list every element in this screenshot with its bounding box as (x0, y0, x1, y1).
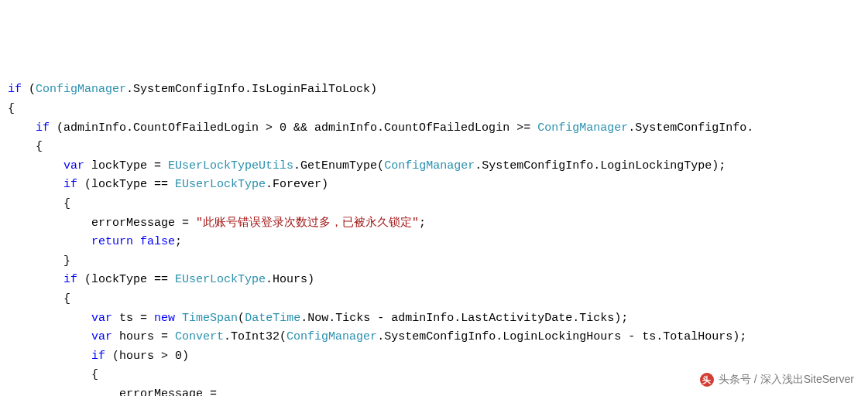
code-token: EUserLockType (175, 178, 266, 191)
code-token: (lockType == (77, 273, 175, 286)
code-token: DateTime (245, 312, 300, 325)
code-token: (lockType == (77, 178, 175, 191)
code-token (175, 312, 182, 325)
code-token: Convert (175, 330, 224, 343)
code-token: EUserLockTypeUtils (168, 159, 293, 172)
code-token: hours = (112, 330, 175, 343)
code-token: .SystemConfigInfo.IsLoginFailToLock) (126, 83, 377, 96)
code-token: (hours > 0) (105, 350, 189, 363)
code-token: if (91, 350, 105, 363)
code-token: ConfigManager (286, 330, 377, 343)
code-token: { (8, 292, 70, 306)
code-token: .SystemConfigInfo.LoginLockingHours - ts… (377, 330, 746, 343)
code-token: ConfigManager (537, 121, 628, 135)
code-token (133, 235, 140, 248)
code-token: ConfigManager (384, 159, 475, 172)
code-token: return (91, 235, 133, 248)
watermark: 头 头条号 / 深入浅出SiteServer (700, 370, 854, 388)
code-token: ( (22, 83, 36, 96)
code-token: var (91, 330, 112, 343)
code-token: EUserLockType (175, 273, 266, 286)
code-token: .ToInt32( (224, 330, 286, 343)
code-token: if (63, 273, 77, 286)
watermark-text: 头条号 / 深入浅出SiteServer (719, 370, 854, 388)
code-token: { (8, 368, 98, 381)
code-token: new (154, 312, 175, 325)
code-token: .SystemConfigInfo. (628, 121, 753, 135)
code-token: ConfigManager (36, 83, 126, 96)
code-token: errorMessage = (8, 217, 196, 230)
code-token: ; (175, 235, 182, 248)
code-token: errorMessage = (8, 387, 217, 396)
watermark-logo-icon: 头 (700, 373, 714, 387)
code-token: false (140, 235, 175, 248)
code-token: { (8, 140, 43, 153)
code-token: .Now.Ticks - adminInfo.LastActivityDate.… (300, 312, 628, 325)
code-token: .GetEnumType( (293, 159, 384, 172)
code-block: if (ConfigManager.SystemConfigInfo.IsLog… (8, 80, 860, 396)
code-token: (adminInfo.CountOfFailedLogin > 0 && adm… (50, 121, 537, 135)
code-token: ( (238, 312, 245, 325)
code-token: { (8, 102, 15, 115)
code-token: .SystemConfigInfo.LoginLockingType); (475, 159, 726, 172)
code-token (8, 350, 91, 363)
code-token: if (8, 83, 22, 96)
code-token: .Hours) (266, 273, 314, 286)
code-token (8, 178, 63, 191)
code-token (8, 273, 63, 286)
code-token (8, 330, 91, 343)
code-token: lockType = (84, 159, 168, 172)
code-token: var (63, 159, 84, 172)
code-token (8, 235, 91, 248)
code-token (8, 159, 63, 172)
code-token (8, 312, 91, 325)
code-token: if (36, 121, 50, 135)
code-token: .Forever) (266, 178, 328, 191)
code-token: var (91, 312, 112, 325)
code-token: if (63, 178, 77, 191)
code-token: ts = (112, 312, 154, 325)
code-token: TimeSpan (182, 312, 238, 325)
code-token: { (8, 197, 70, 210)
code-token: "此账号错误登录次数过多，已被永久锁定" (196, 217, 419, 230)
code-token (8, 121, 36, 135)
code-token: ; (419, 217, 426, 230)
code-token: } (8, 254, 70, 268)
